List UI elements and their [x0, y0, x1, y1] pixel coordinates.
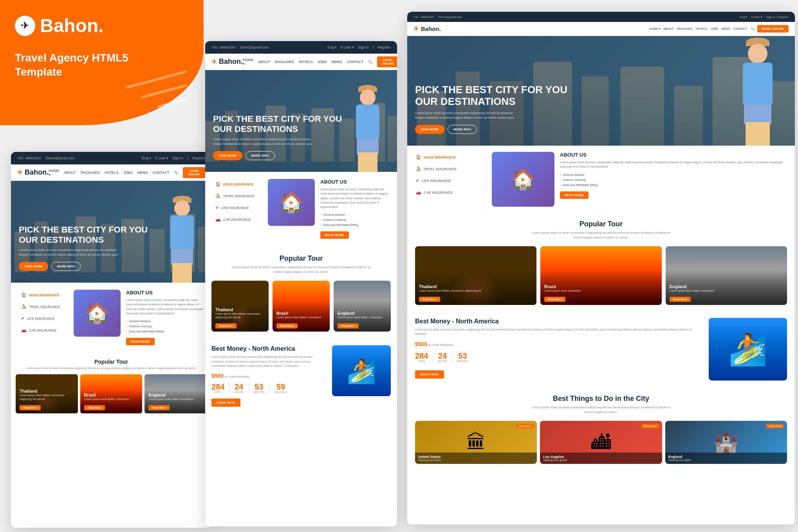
about-heading-center: ABOUT US — [320, 179, 391, 185]
best-money-center: Best Money - North America Lorem ipsum d… — [205, 338, 397, 414]
tour-card-england-left: England Lorem ipsum dolor Baker connecte… — [144, 374, 207, 413]
nav-news-left[interactable]: NEWS — [137, 171, 148, 175]
book-btn-left[interactable]: BOOK ONLINE — [183, 167, 205, 178]
money-desc-right: Lorem ipsum dolor sit amet consectetur a… — [415, 327, 702, 336]
nav-packages-left[interactable]: PACKAGES — [81, 171, 100, 175]
nav-home-center[interactable]: HOME ▾ — [243, 58, 253, 66]
nav-jobs-left[interactable]: JOBS — [123, 171, 133, 175]
hero-buttons-right: VIEW MORE MORE INFO — [415, 125, 740, 134]
nav-logo-center: ✈ Bahon. — [211, 58, 243, 66]
ins-car-right[interactable]: 🚗 CAR INSURANCE — [412, 187, 480, 198]
price-label-center: $500 $ / FOR PERSON — [211, 373, 326, 379]
hero-left: PICK THE BEST CITY FOR YOUOUR DESTINATIO… — [11, 181, 211, 283]
nav-search-left[interactable]: 🔍 — [174, 171, 178, 175]
tour-cards-left: Thailand Lorem ipsum dolor Baker connect… — [16, 374, 207, 413]
nav-packages-right[interactable]: PACKAGES — [677, 27, 693, 31]
la-card-bottom: Los Angeles Starting from $2400 — [540, 453, 662, 464]
feature-medical-left: General Medical — [126, 319, 205, 324]
nav-contact-left[interactable]: CONTACT — [152, 171, 169, 175]
england-readmore-right[interactable]: Read More — [670, 297, 691, 302]
play-btn-left[interactable]: ▶ — [92, 308, 103, 319]
book-btn-right[interactable]: BOOK ONLINE — [757, 25, 789, 32]
person-figure-left — [161, 200, 204, 283]
view-more-btn-right[interactable]: VIEW MORE — [415, 125, 444, 134]
thailand-readmore-center[interactable]: Read More — [215, 323, 237, 328]
money-title-center: Best Money - North America — [211, 345, 326, 352]
nav-about-left[interactable]: ABOUT — [64, 171, 76, 175]
lang-center: Eng ▾ — [328, 45, 337, 49]
thailand-info-right: Thailand Lorem ipsum dolor Baker connect… — [419, 284, 533, 302]
plane-icon: ✈ — [15, 16, 35, 36]
ins-hous-right[interactable]: 🏠 HOUS INSURANCE — [412, 152, 480, 162]
about-section-center: 🏠 HOUS INSURANCE 🚴 TRVEL INSURANCE ✔ LIF… — [205, 172, 397, 246]
about-image-right: 🏠 ▶ — [492, 152, 554, 207]
nav-about-right[interactable]: ABOUT — [663, 27, 673, 31]
england-name-center: England — [338, 311, 387, 316]
view-more-btn-left[interactable]: VIEW MORE — [19, 262, 48, 271]
person-head-right — [748, 44, 767, 63]
person-shorts-center — [357, 139, 379, 154]
nav-news-center[interactable]: NEWS — [331, 60, 342, 64]
screenshot-card-left: +91- 48864254 Demo@gmail.com Eng ▾ 5 Use… — [11, 152, 211, 528]
nav-packages-center[interactable]: PACKAGES — [275, 60, 294, 64]
more-info-btn-right[interactable]: MORE INFO — [448, 125, 477, 134]
read-more-btn-left[interactable]: READ MORE — [126, 338, 155, 345]
ins-travel-left[interactable]: 🚴 TRVEL INSURANCE — [17, 301, 68, 312]
nav-search-right[interactable]: 🔍 — [751, 27, 754, 31]
nav-search-center[interactable]: 🔍 — [368, 60, 372, 64]
brazil-readmore-center[interactable]: Read More — [276, 323, 298, 328]
england-info-right: England Lorem ipsum dolor Baker connecte… — [670, 284, 783, 302]
book-now-btn-right[interactable]: BOOK NOW — [415, 370, 444, 379]
brazil-read-more-left[interactable]: Read More — [84, 405, 105, 410]
ins-hous-left[interactable]: 🏠 HOUS INSURANCE — [17, 290, 68, 300]
play-btn-right[interactable]: ▶ — [518, 174, 529, 185]
ins-car-left[interactable]: 🚗 CAR INSURANCE — [17, 325, 68, 335]
person-body — [170, 215, 194, 251]
england-readmore-center[interactable]: Read More — [338, 323, 359, 328]
ins-life-center[interactable]: ✔ LIFE INSURANCE — [211, 202, 262, 213]
england-read-more-left[interactable]: Read More — [148, 405, 170, 410]
popular-title-center: Popular Tour — [211, 254, 391, 263]
nav-home-left[interactable]: HOME ▾ — [49, 169, 59, 177]
nav-jobs-center[interactable]: JOBS — [318, 60, 327, 64]
read-more-btn-right[interactable]: READ MORE — [560, 191, 589, 199]
england-sub-right: Lorem ipsum dolor Baker connecteur — [670, 289, 783, 293]
ins-hous-center[interactable]: 🏠 HOUS INSURANCE — [211, 179, 262, 189]
hero-content-right: PICK THE BEST CITY FOR YOUOUR DESTINATIO… — [415, 84, 740, 134]
nav-hotels-left[interactable]: HOTELS — [105, 171, 119, 175]
nav-about-center[interactable]: ABOUT — [258, 60, 270, 64]
eng-name: England — [668, 455, 784, 459]
us-show-badge[interactable]: Show more — [516, 424, 534, 428]
book-now-btn-center[interactable]: BOOK NOW — [211, 399, 240, 407]
hero-content-center: PICK THE BEST CITY FOR YOUOUR DESTINATIO… — [213, 114, 342, 160]
ins-travel-icon: 🚴 — [21, 304, 27, 309]
ins-travel-center[interactable]: 🚴 TRVEL INSURANCE — [211, 191, 262, 201]
nav-jobs-right[interactable]: JOBS — [711, 27, 719, 31]
nav-news-right[interactable]: NEWS — [721, 27, 730, 31]
nav-hotels-center[interactable]: HOTELS — [299, 60, 313, 64]
read-more-btn-center[interactable]: READ MORE — [320, 231, 349, 239]
ins-travel-right[interactable]: 🚴 TRVEL INSURANCE — [412, 164, 480, 174]
nav-hotels-right[interactable]: HOTELS — [696, 27, 708, 31]
ins-life-left[interactable]: ✔ LIFE INSURANCE — [17, 313, 68, 324]
la-show-badge[interactable]: Show more — [641, 424, 659, 428]
more-info-btn-center[interactable]: MORE INFO — [246, 151, 275, 160]
water-bg-right: 🏄 — [709, 318, 787, 381]
more-info-btn-left[interactable]: MORE INFO — [51, 262, 81, 271]
brazil-readmore-right[interactable]: Read More — [544, 297, 565, 302]
nav-home-right[interactable]: HOME ▾ — [649, 27, 661, 31]
eng-show-badge[interactable]: Show more — [766, 424, 784, 428]
about-main-right: 🏠 ▶ ABOUT US Lorem ipsum dolor sit amet,… — [486, 146, 795, 213]
nav-contact-right[interactable]: CONTACT — [733, 27, 747, 31]
book-btn-center[interactable]: BOOK ONLINE — [377, 56, 397, 67]
thailand-read-more-left[interactable]: Read More — [20, 405, 41, 410]
nav-contact-center[interactable]: CONTACT — [347, 60, 363, 64]
thailand-readmore-right[interactable]: Read More — [419, 297, 440, 302]
ins-car-center[interactable]: 🚗 CAR INSURANCE — [211, 214, 262, 225]
ins-life-right[interactable]: ✔ LIFE INSURANCE — [412, 175, 480, 186]
play-btn-center[interactable]: ▶ — [286, 197, 297, 208]
hero-subtitle-center: Lorem ipsum dolor sit amet consectetur a… — [213, 137, 315, 146]
deco-line-2 — [141, 84, 187, 99]
view-more-btn-center[interactable]: VIEW MORE — [213, 151, 242, 160]
feature-outdoor-left: Outdoor Checkup — [126, 324, 205, 329]
